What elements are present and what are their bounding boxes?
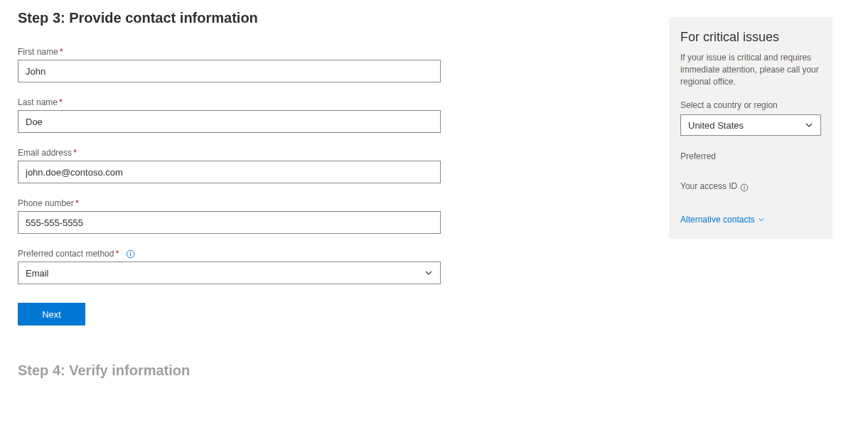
first-name-input[interactable] [26,66,433,77]
contact-method-value: Email [26,268,49,279]
svg-point-4 [744,185,745,186]
first-name-field: First name* [18,46,444,82]
email-label: Email address [18,148,72,158]
last-name-input[interactable] [26,117,433,127]
alternative-contacts-label: Alternative contacts [680,215,755,225]
chevron-down-icon [805,121,813,129]
phone-input-wrapper[interactable] [18,211,441,234]
preferred-block: Preferred [680,151,821,161]
contact-method-select[interactable]: Email [18,262,441,284]
step4-heading: Step 4: Verify information [18,362,444,379]
sidebar-heading: For critical issues [680,30,821,45]
last-name-field: Last name* [18,97,444,133]
access-id-block: Your access ID [680,181,821,194]
region-label: Select a country or region [680,100,821,110]
required-indicator: * [59,97,63,107]
phone-label: Phone number [18,198,74,208]
preferred-label: Preferred [680,151,821,161]
sidebar-description: If your issue is critical and requires i… [680,52,821,87]
email-input[interactable] [26,167,433,178]
info-icon[interactable] [740,183,749,192]
required-indicator: * [73,147,77,158]
svg-rect-5 [744,187,745,189]
step3-heading: Step 3: Provide contact information [18,10,444,26]
required-indicator: * [115,248,119,259]
last-name-label: Last name [18,97,58,107]
chevron-down-icon [758,216,765,223]
last-name-input-wrapper[interactable] [18,110,441,133]
first-name-input-wrapper[interactable] [18,60,441,82]
critical-issues-panel: For critical issues If your issue is cri… [669,17,832,239]
required-indicator: * [75,198,79,208]
region-select[interactable]: United States [680,114,821,136]
contact-method-field: Preferred contact method* Email [18,248,444,284]
required-indicator: * [60,46,63,57]
contact-method-label: Preferred contact method [18,249,114,259]
access-id-label: Your access ID [680,181,737,191]
info-icon[interactable] [126,249,135,259]
first-name-label: First name [18,47,58,57]
region-value: United States [688,120,744,131]
main-form-area: Step 3: Provide contact information Firs… [18,10,444,379]
chevron-down-icon [424,269,433,277]
next-button[interactable]: Next [18,303,85,326]
email-input-wrapper[interactable] [18,161,441,183]
alternative-contacts-link[interactable]: Alternative contacts [680,215,765,225]
email-field: Email address* [18,147,444,183]
svg-rect-2 [130,254,131,257]
phone-field: Phone number* [18,198,444,234]
phone-input[interactable] [26,217,433,228]
svg-point-1 [130,252,131,252]
